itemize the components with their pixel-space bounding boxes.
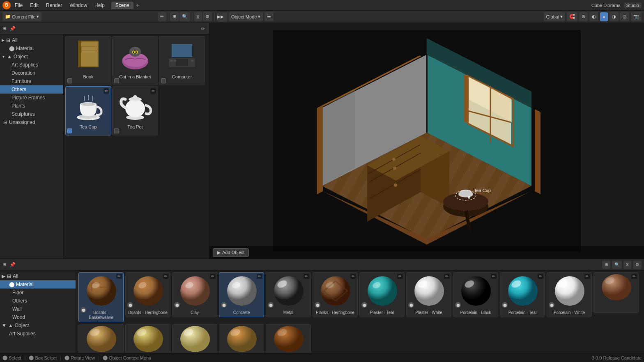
filter-btn[interactable]: ⧖ [194,12,202,21]
sidebar-item-picture-frames[interactable]: Picture Frames [0,94,63,102]
mat-edit-icon[interactable]: ✏ [116,274,122,279]
mat-sidebar-wood[interactable]: Wood [0,313,76,321]
camera-btn[interactable]: 📷 [631,12,642,21]
scene-tab[interactable]: Scene [111,2,133,9]
add-object-button[interactable]: ▶ Add Object [213,248,249,257]
solid-btn[interactable]: ● [600,12,608,21]
mat-sidebar-material[interactable]: ⬤ Material [0,280,76,289]
mat-sidebar-art[interactable]: Art Supplies [0,330,76,338]
mat-sidebar-floor[interactable]: Floor [0,289,76,297]
mat-card-clay[interactable]: ✏ ⬤ Clay [172,272,217,317]
mat-sidebar-others[interactable]: Others [0,297,76,305]
mat-type-icon10: ⬤ [502,302,508,308]
mat-edit-icon2[interactable]: ✏ [163,274,169,279]
sidebar-item-unassigned[interactable]: ⊟ Unassigned [0,118,63,126]
render2-btn[interactable]: ◎ [620,12,629,21]
xray-btn[interactable]: ◐ [589,12,598,21]
search-btn[interactable]: 🔍 [179,12,190,21]
sidebar-item-plants[interactable]: Plants [0,102,63,110]
asset-card-teacup[interactable]: ✏ [65,86,111,135]
snap-btn[interactable]: 🧲 [567,12,577,21]
menu-window[interactable]: Window [66,2,90,9]
mat-edit-icon7[interactable]: ✏ [397,274,403,279]
cat-checkbox[interactable] [114,78,119,83]
mat-edit-icon3[interactable]: ✏ [210,274,216,279]
mat-card-r2-5[interactable] [219,324,264,353]
book-checkbox[interactable] [67,78,72,83]
mat-card-planks-hb[interactable]: ✏ [313,272,358,317]
mat-sidebar-object[interactable]: ▼ ▲ Object [0,321,76,330]
teacup-edit-icon[interactable]: ✏ [104,88,109,94]
mat-type-icon: ⬤ [80,307,86,313]
svg-rect-15 [172,44,192,57]
global-btn[interactable]: Global ▾ [544,12,566,21]
mat-edit-icon4[interactable]: ✏ [257,274,262,279]
viewport-header-btn[interactable]: ▶▶ [217,12,227,22]
asset-card-teapot[interactable]: ✏ [112,86,158,135]
sidebar-item-all[interactable]: ▶ ⊟ All [0,36,63,44]
teapot-edit-icon[interactable]: ✏ [150,88,156,94]
mat-edit-icon9[interactable]: ✏ [491,274,497,279]
mat-edit-icon10[interactable]: ✏ [538,274,543,279]
current-file-btn[interactable]: 📁 Current File ▾ [2,12,41,21]
panel-pin-btn[interactable]: 📌 [8,25,17,32]
mat-edit-icon5[interactable]: ✏ [304,274,309,279]
asset-card-book[interactable]: Book [65,36,111,85]
edit-file-btn[interactable]: ✏ [158,12,166,21]
menu-help[interactable]: Help [91,2,108,9]
teacup-checkbox[interactable] [67,128,72,133]
status-rotate-view[interactable]: ⬤ Rotate View [64,355,95,360]
sidebar-item-others[interactable]: Others [0,85,63,94]
mat-card-porcelain-teal[interactable]: ✏ ⬤ Porcela [500,272,545,317]
teapot-checkbox[interactable] [114,128,119,133]
asset-card-cat[interactable]: Cat in a Blanket [112,36,158,85]
sidebar-item-art-supplies[interactable]: Art Supplies [0,61,63,69]
render-btn[interactable]: ◑ [610,12,619,21]
status-select[interactable]: ⬤ Select [2,355,21,360]
status-box-select[interactable]: ⬤ Box Select [29,355,57,360]
mat-sidebar-all[interactable]: ▶ ⊟ All [0,272,76,280]
mat-r2-1-edit[interactable]: ✏ [631,274,637,279]
mat-card-concrete[interactable]: ✏ ⬤ Concret [219,272,264,317]
mat-card-r2-1[interactable]: ✏ [593,272,639,313]
mat-search-btn[interactable]: 🔍 [612,261,622,269]
asset-card-computer[interactable]: Computer [159,36,205,85]
computer-checkbox[interactable] [161,78,166,83]
mat-card-porcelain-black[interactable]: ✏ ⬤ Porcela [453,272,498,317]
mat-card-r2-3[interactable] [125,324,170,353]
mat-card-plaster-white[interactable]: ✏ ⬤ Plaster [406,272,451,317]
add-scene-btn[interactable]: + [134,2,141,9]
mat-card-boards-bw[interactable]: ✏ [78,272,124,322]
mat-edit-icon8[interactable]: ✏ [444,274,450,279]
mat-card-porcelain-white[interactable]: ✏ ⬤ Porcela [547,272,592,317]
mat-edit-icon11[interactable]: ✏ [584,274,590,279]
mat-card-boards-hb[interactable]: ✏ ⬤ Boards [125,272,170,317]
mat-card-r2-2[interactable] [78,324,124,353]
sidebar-item-decoration[interactable]: Decoration [0,69,63,77]
sidebar-item-furniture[interactable]: Furniture [0,77,63,85]
mat-card-r2-6[interactable] [266,324,311,353]
status-context-menu[interactable]: ⬤ Object Context Menu [103,355,151,360]
mat-card-r2-4[interactable] [172,324,217,353]
mat-filter-btn[interactable]: ⧖ [623,261,631,269]
overlay-btn[interactable]: ⊙ [579,12,588,21]
mat-card-metal[interactable]: ✏ ⬤ Metal [266,272,311,317]
mat-pin-btn[interactable]: 📌 [8,261,17,268]
menu-render[interactable]: Render [43,2,65,9]
sidebar-item-object[interactable]: ▼ ▲ Object [0,53,63,61]
hamburger-btn[interactable]: ☰ [264,12,274,21]
sidebar-item-material[interactable]: ⬤ Material [0,44,63,53]
menu-file[interactable]: File [12,2,26,9]
settings-btn[interactable]: ⚙ [203,12,212,21]
3d-viewport[interactable]: Tea Cup ▶ Add Object [209,23,644,259]
mode-dropdown-btn[interactable]: Object Mode ▾ [229,12,263,21]
menu-edit[interactable]: Edit [27,2,42,9]
mat-settings-btn[interactable]: ⚙ [633,261,642,269]
panel-edit-btn[interactable]: ✏ [199,25,207,32]
sidebar-item-sculptures[interactable]: Sculptures [0,110,63,118]
mat-card-plaster-teal[interactable]: ✏ ⬤ Plaster [359,272,405,317]
mat-sidebar-wall[interactable]: Wall [0,305,76,313]
mat-grid-btn[interactable]: ⊞ [602,261,610,269]
all-btn[interactable]: ⊞ [170,12,179,21]
mat-edit-icon6[interactable]: ✏ [350,274,356,279]
